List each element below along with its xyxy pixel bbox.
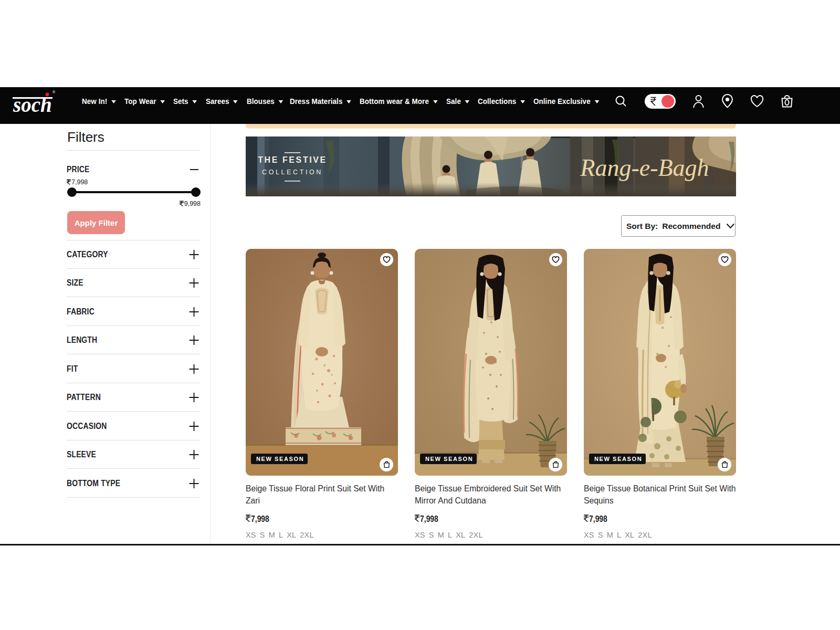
svg-text:®: ® [52, 90, 56, 94]
svg-text:COLLECTION: COLLECTION [262, 169, 323, 176]
svg-text:Rang-e-Bagh: Rang-e-Bagh [580, 154, 709, 181]
svg-text:THE FESTIVE: THE FESTIVE [258, 155, 327, 164]
svg-text:soch: soch [13, 93, 52, 116]
